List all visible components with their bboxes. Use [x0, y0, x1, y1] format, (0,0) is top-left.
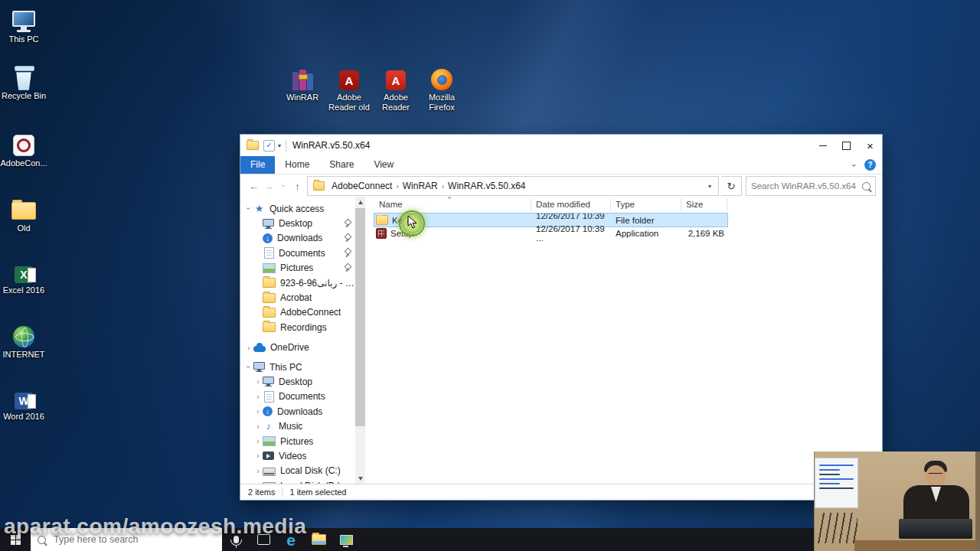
nav-item-acrobat[interactable]: Acrobat [240, 290, 355, 305]
chevron-down-icon[interactable]: › [244, 363, 253, 371]
desktop-icon-excel[interactable]: X Excel 2016 [0, 257, 47, 295]
media-app-icon [340, 535, 353, 545]
nav-item-pc-pictures[interactable]: › Pictures [240, 434, 355, 448]
recent-locations-dropdown-icon[interactable]: › [276, 182, 290, 190]
scrollbar-thumb[interactable] [355, 208, 365, 426]
column-header-date-modified[interactable]: Date modified [531, 198, 611, 210]
breadcrumb-current[interactable]: WinRAR.v5.50.x64 [444, 181, 529, 191]
file-list: ^ Name Date modified Type Size Keygen 12… [365, 197, 882, 484]
minimize-button[interactable] [811, 135, 835, 156]
desktop-icon-internet[interactable]: INTERNET [0, 321, 47, 360]
desktop-icon-firefox[interactable]: Mozilla Firefox [418, 64, 466, 112]
desktop-icon-word[interactable]: W Word 2016 [0, 383, 47, 422]
nav-item-local-disk-c[interactable]: › Local Disk (C:) [240, 464, 355, 478]
media-app-button[interactable] [332, 528, 360, 551]
close-button[interactable]: × [858, 135, 882, 156]
tab-view[interactable]: View [364, 156, 403, 174]
up-button[interactable]: ↑ [290, 181, 305, 192]
music-icon: ♪ [263, 422, 274, 432]
nav-scrollbar[interactable] [355, 197, 365, 484]
desktop-icon-label: Old [0, 223, 47, 233]
nav-item-pc-desktop[interactable]: › Desktop [240, 374, 355, 389]
chevron-right-icon[interactable]: › [253, 437, 263, 445]
column-header-type[interactable]: Type [611, 198, 681, 210]
desktop-icon-adobe-reader-old[interactable]: A Adobe Reader old [325, 64, 373, 112]
chevron-right-icon[interactable]: › [253, 377, 263, 386]
chevron-right-icon[interactable]: › [253, 393, 263, 401]
pictures-icon [263, 263, 276, 273]
desktop-icon-label: Word 2016 [0, 412, 47, 422]
nav-item-desktop[interactable]: Desktop [240, 216, 355, 230]
title-bar: ✓ ▾ WinRAR.v5.50.x64 × [240, 135, 882, 156]
help-icon[interactable]: ? [864, 159, 876, 171]
nav-item-videos[interactable]: › Videos [240, 448, 355, 463]
chevron-down-icon[interactable]: › [244, 204, 253, 213]
excel-icon: X [15, 266, 33, 283]
chevron-right-icon[interactable]: › [253, 452, 263, 460]
breadcrumb-winrar[interactable]: WinRAR [399, 181, 442, 191]
desktop-icon-label: Excel 2016 [0, 285, 47, 295]
forward-button[interactable]: → [261, 181, 276, 192]
scroll-up-icon[interactable] [355, 197, 365, 208]
qat-customize-dropdown-icon[interactable]: ▾ [278, 142, 281, 149]
nav-item-adobeconnect[interactable]: AdobeConnect [240, 305, 355, 320]
folder-icon [263, 293, 276, 303]
chair [818, 513, 858, 543]
computer-icon [253, 362, 265, 372]
folder-icon[interactable] [247, 141, 259, 150]
desktop-icon [263, 377, 274, 386]
qat-check-icon[interactable]: ✓ [263, 140, 275, 152]
file-row-setup[interactable]: Setup 12/26/2017 10:39 ... Application 2… [374, 227, 727, 240]
nav-item-recordings[interactable]: Recordings [240, 320, 355, 334]
nav-item-music[interactable]: › ♪ Music [240, 419, 355, 433]
column-header-name[interactable]: Name [374, 198, 531, 210]
nav-item-pc-documents[interactable]: › Documents [240, 390, 355, 404]
chevron-right-icon[interactable]: › [253, 422, 263, 431]
desktop-icon-adobe-reader[interactable]: A Adobe Reader [372, 64, 420, 112]
explorer-main: › ★ Quick access Desktop ↓ Downloads Doc… [240, 197, 882, 484]
back-button[interactable]: ← [247, 181, 261, 192]
breadcrumb-adobeconnect[interactable]: AdobeConnect [328, 181, 396, 191]
expand-ribbon-icon[interactable]: › [850, 164, 859, 167]
tab-home[interactable]: Home [275, 156, 319, 174]
chevron-right-icon[interactable]: › [253, 467, 263, 475]
nav-item-pc-downloads[interactable]: › ↓ Downloads [240, 404, 355, 419]
file-size: 2,169 KB [681, 229, 727, 238]
file-date: 12/26/2017 10:39 ... [531, 224, 611, 243]
nav-item-quick-access[interactable]: › ★ Quick access [240, 201, 355, 216]
chevron-right-icon[interactable]: › [253, 407, 263, 416]
refresh-button[interactable]: ↻ [721, 176, 742, 196]
explorer-window: ✓ ▾ WinRAR.v5.50.x64 × File Home Share V… [240, 134, 883, 500]
folder-icon [313, 181, 325, 191]
navigation-pane: › ★ Quick access Desktop ↓ Downloads Doc… [240, 197, 355, 484]
nav-item-onedrive[interactable]: › OneDrive [240, 341, 355, 355]
address-dropdown-icon[interactable]: ▾ [705, 183, 714, 190]
file-explorer-button[interactable] [305, 528, 332, 551]
nav-item-persian-folder[interactable]: 923-6-96گروه هنر - ربانی [240, 276, 355, 290]
desktop-icon-recycle-bin[interactable]: Recycle Bin [0, 63, 47, 101]
address-box[interactable]: AdobeConnect › WinRAR › WinRAR.v5.50.x64… [307, 176, 719, 196]
desktop-icon-old[interactable]: Old [0, 195, 47, 233]
column-header-size[interactable]: Size [681, 198, 727, 210]
chevron-right-icon[interactable]: › [244, 344, 253, 352]
winrar-icon [292, 70, 313, 90]
nav-item-downloads[interactable]: ↓ Downloads [240, 231, 355, 246]
desktop-icon [263, 219, 274, 229]
nav-item-documents[interactable]: Documents [240, 246, 355, 260]
downloads-icon: ↓ [263, 406, 273, 416]
desktop-icon-winrar[interactable]: WinRAR [279, 64, 326, 103]
desktop-icon-adobeconnect[interactable]: AdobeCon... [0, 130, 47, 168]
tab-share[interactable]: Share [319, 156, 364, 174]
search-box[interactable]: Search WinRAR.v5.50.x64 [746, 176, 876, 196]
watermark-text: aparat.com/amoozesh.media [4, 514, 306, 539]
file-type: Application [611, 229, 681, 238]
pictures-icon [263, 436, 276, 446]
nav-item-this-pc[interactable]: › This PC [240, 360, 355, 374]
scroll-down-icon[interactable] [355, 473, 365, 484]
tab-file[interactable]: File [240, 156, 275, 174]
nav-item-pictures[interactable]: Pictures [240, 261, 355, 276]
search-icon [862, 182, 871, 191]
maximize-button[interactable] [835, 135, 858, 156]
desktop-icon-this-pc[interactable]: This PC [0, 6, 47, 44]
folder-icon [263, 308, 276, 318]
